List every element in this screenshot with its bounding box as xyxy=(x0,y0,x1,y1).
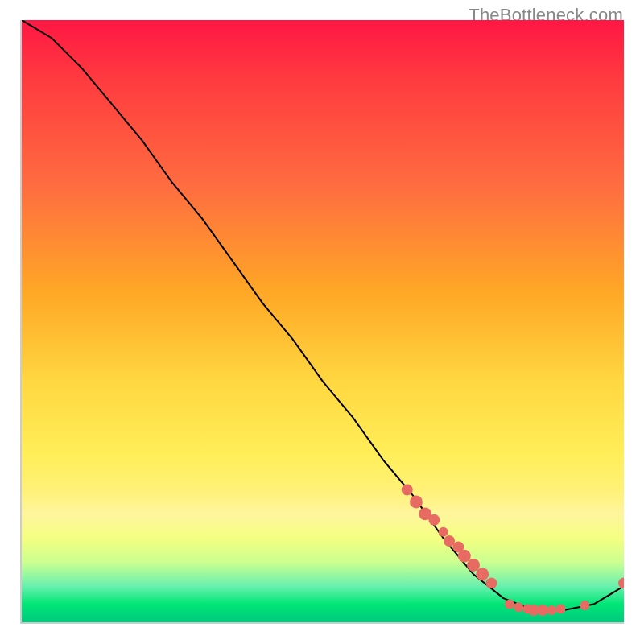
chart-container: TheBottleneck.com xyxy=(0,0,644,644)
data-marker xyxy=(555,605,565,614)
plot-area xyxy=(20,20,624,624)
data-marker xyxy=(485,577,497,588)
data-marker xyxy=(537,605,548,616)
marker-layer xyxy=(402,484,624,616)
data-marker xyxy=(547,605,556,615)
data-marker xyxy=(505,600,514,609)
data-marker xyxy=(618,577,624,588)
data-marker xyxy=(428,514,440,526)
bottleneck-curve xyxy=(22,20,624,610)
data-marker xyxy=(514,602,523,612)
line-layer xyxy=(22,20,624,610)
data-marker xyxy=(402,484,413,495)
data-marker xyxy=(439,527,448,537)
chart-overlay xyxy=(22,20,624,622)
data-marker xyxy=(476,568,489,580)
data-marker xyxy=(580,601,589,610)
data-marker xyxy=(410,495,423,508)
